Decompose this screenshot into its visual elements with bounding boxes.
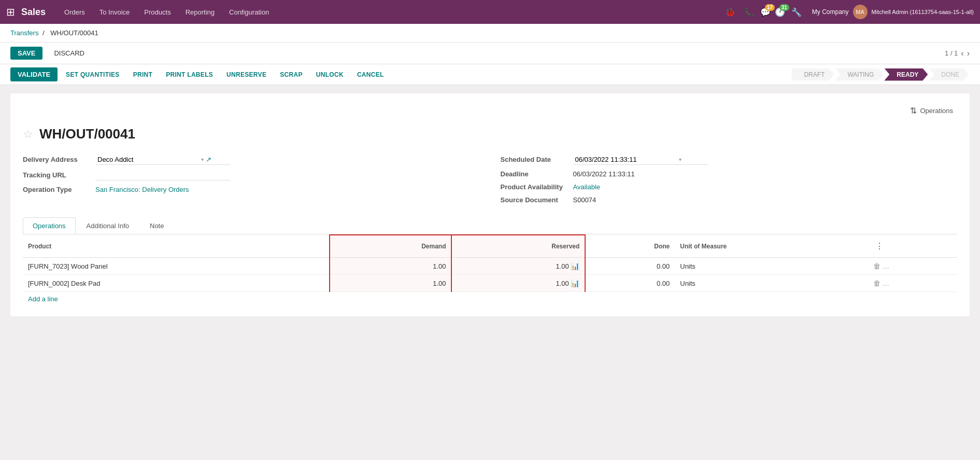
operations-table: Product Demand Reserved Done Unit of Mea… bbox=[23, 234, 957, 292]
tab-operations[interactable]: Operations bbox=[23, 217, 76, 234]
grid-icon[interactable]: ⊞ bbox=[6, 6, 15, 18]
scheduled-date-input-area[interactable]: ▾ bbox=[573, 155, 708, 165]
main-content: ⇅ Operations ☆ WH/OUT/00041 Delivery Add… bbox=[0, 85, 980, 331]
top-navigation: ⊞ Sales Orders To Invoice Products Repor… bbox=[0, 0, 980, 24]
tracking-url-field: Tracking URL bbox=[23, 170, 480, 180]
scheduled-date-field: Scheduled Date ▾ bbox=[501, 155, 958, 165]
status-draft: DRAFT bbox=[791, 68, 834, 81]
col-header-uom: Unit of Measure bbox=[675, 235, 868, 258]
source-document-label: Source Document bbox=[501, 196, 573, 204]
app-title: Sales bbox=[21, 7, 46, 18]
delivery-address-input-area[interactable]: ▾ ↗ bbox=[95, 155, 230, 165]
pagination-count: 1 / 1 bbox=[945, 49, 958, 57]
prev-button[interactable]: ‹ bbox=[961, 49, 963, 58]
tabs-bar: Operations Additional Info Note bbox=[23, 217, 957, 234]
set-quantities-button[interactable]: SET QUANTITIES bbox=[61, 68, 125, 81]
print-labels-button[interactable]: PRINT LABELS bbox=[161, 68, 218, 81]
action-bar: SAVE DISCARD 1 / 1 ‹ › bbox=[0, 43, 980, 64]
next-button[interactable]: › bbox=[967, 49, 970, 58]
col-header-demand: Demand bbox=[330, 235, 451, 258]
operation-type-field: Operation Type San Francisco: Delivery O… bbox=[23, 186, 480, 193]
scrap-button[interactable]: SCRAP bbox=[275, 68, 308, 81]
status-waiting: WAITING bbox=[835, 68, 883, 81]
settings-icon[interactable]: 🔧 bbox=[789, 5, 804, 19]
bug-icon[interactable]: 🐞 bbox=[723, 5, 737, 19]
done-cell-1: 0.00 bbox=[585, 258, 675, 275]
delivery-address-field: Delivery Address ▾ ↗ bbox=[23, 155, 480, 165]
add-line-button[interactable]: Add a line bbox=[23, 292, 63, 306]
nav-orders[interactable]: Orders bbox=[58, 0, 91, 24]
col-header-actions: ⋮ bbox=[868, 235, 957, 258]
status-done: DONE bbox=[929, 68, 969, 81]
chat-badge[interactable]: 💬 17 bbox=[760, 7, 771, 17]
unreserve-button[interactable]: UNRESERVE bbox=[221, 68, 272, 81]
company-name: My Company bbox=[812, 8, 849, 16]
uom-cell-2: Units bbox=[675, 275, 868, 292]
column-settings-button[interactable]: ⋮ bbox=[873, 239, 886, 253]
status-pipeline: DRAFT WAITING READY DONE bbox=[791, 68, 970, 81]
toolbar: VALIDATE SET QUANTITIES PRINT PRINT LABE… bbox=[0, 64, 980, 85]
company-selector[interactable]: My Company bbox=[812, 8, 849, 16]
scheduled-date-arrow-icon: ▾ bbox=[679, 157, 681, 162]
tab-note[interactable]: Note bbox=[140, 217, 174, 234]
tracking-url-input-area[interactable] bbox=[95, 170, 230, 180]
col-header-product: Product bbox=[23, 235, 330, 258]
demand-cell-1: 1.00 bbox=[330, 258, 451, 275]
chart-icon-2[interactable]: 📊 bbox=[571, 279, 579, 287]
breadcrumb-parent[interactable]: Transfers bbox=[10, 29, 38, 37]
unlock-button[interactable]: UNLOCK bbox=[311, 68, 349, 81]
favorite-icon[interactable]: ☆ bbox=[23, 128, 33, 141]
chat-count: 17 bbox=[765, 4, 775, 11]
print-button[interactable]: PRINT bbox=[128, 68, 158, 81]
source-document-value: S00074 bbox=[573, 196, 596, 204]
product-cell-1: [FURN_7023] Wood Panel bbox=[23, 258, 330, 275]
delivery-address-input[interactable] bbox=[95, 155, 199, 164]
avatar[interactable]: MA bbox=[853, 5, 868, 19]
operation-type-label: Operation Type bbox=[23, 186, 95, 193]
product-cell-2: [FURN_0002] Desk Pad bbox=[23, 275, 330, 292]
chart-icon-1[interactable]: 📊 bbox=[571, 262, 579, 270]
activity-count: 31 bbox=[779, 4, 789, 11]
row-menu-1[interactable]: … bbox=[883, 262, 889, 270]
deadline-label: Deadline bbox=[501, 170, 573, 178]
ops-sidebar-area: ⇅ Operations bbox=[23, 104, 957, 118]
external-link-icon[interactable]: ↗ bbox=[206, 156, 211, 163]
record-title: WH/OUT/00041 bbox=[39, 126, 135, 142]
tab-additional-info[interactable]: Additional Info bbox=[77, 217, 139, 234]
columns-icon: ⇅ bbox=[910, 106, 917, 116]
save-button[interactable]: SAVE bbox=[10, 47, 42, 60]
breadcrumb-separator: / bbox=[42, 29, 45, 37]
deadline-value: 06/03/2022 11:33:11 bbox=[573, 170, 635, 178]
product-availability-value[interactable]: Available bbox=[573, 183, 601, 191]
record-header: ☆ WH/OUT/00041 bbox=[23, 126, 957, 142]
actions-cell-2: 🗑 … bbox=[868, 275, 957, 292]
nav-configuration[interactable]: Configuration bbox=[223, 0, 275, 24]
delete-icon-1[interactable]: 🗑 bbox=[873, 262, 880, 270]
delete-icon-2[interactable]: 🗑 bbox=[873, 279, 880, 287]
reserved-cell-1: 1.00 📊 bbox=[451, 258, 585, 275]
nav-products[interactable]: Products bbox=[138, 0, 177, 24]
demand-cell-2: 1.00 bbox=[330, 275, 451, 292]
col-header-reserved: Reserved bbox=[451, 235, 585, 258]
operations-sidebar-label: Operations bbox=[920, 107, 953, 115]
operations-sidebar-button[interactable]: ⇅ Operations bbox=[906, 104, 957, 118]
pagination: 1 / 1 ‹ › bbox=[945, 49, 970, 58]
form-card: ⇅ Operations ☆ WH/OUT/00041 Delivery Add… bbox=[10, 93, 970, 316]
nav-to-invoice[interactable]: To Invoice bbox=[93, 0, 136, 24]
nav-reporting[interactable]: Reporting bbox=[179, 0, 221, 24]
operation-type-value[interactable]: San Francisco: Delivery Orders bbox=[95, 186, 189, 193]
status-ready: READY bbox=[884, 68, 928, 81]
breadcrumb: Transfers / WH/OUT/00041 bbox=[0, 24, 980, 43]
tracking-url-label: Tracking URL bbox=[23, 171, 95, 179]
activity-badge[interactable]: 🕐 31 bbox=[775, 7, 785, 17]
actions-cell-1: 🗑 … bbox=[868, 258, 957, 275]
user-name[interactable]: Mitchell Admin (16113754-saas-15-1-all) bbox=[872, 9, 974, 15]
validate-button[interactable]: VALIDATE bbox=[10, 67, 58, 81]
delivery-address-label: Delivery Address bbox=[23, 156, 95, 163]
tracking-url-input[interactable] bbox=[95, 170, 199, 180]
scheduled-date-input[interactable] bbox=[573, 155, 677, 164]
cancel-button[interactable]: CANCEL bbox=[352, 68, 389, 81]
row-menu-2[interactable]: … bbox=[883, 280, 889, 287]
phone-icon[interactable]: 📞 bbox=[742, 5, 756, 19]
discard-button[interactable]: DISCARD bbox=[47, 47, 92, 60]
